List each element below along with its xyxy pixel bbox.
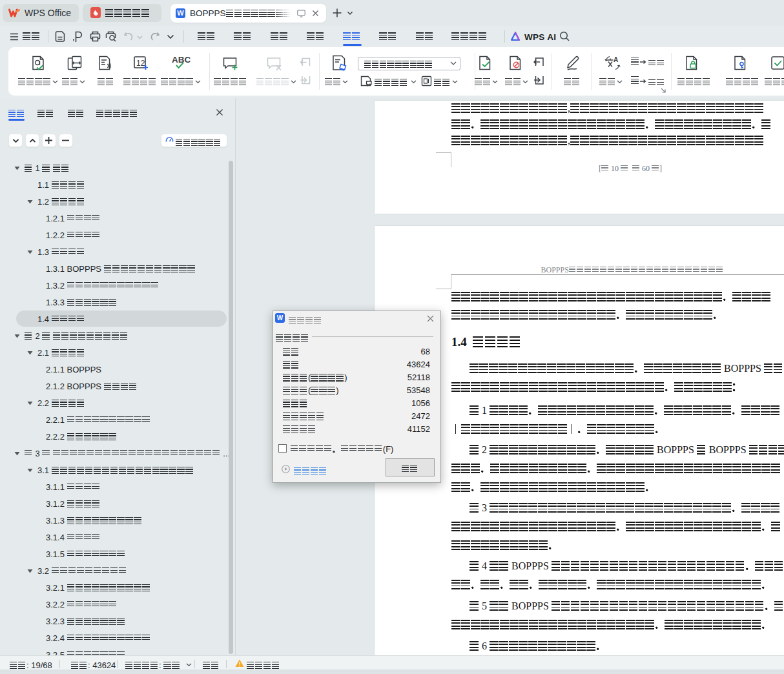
svg-text:ABC: ABC [172,55,191,65]
svg-text:A: A [614,56,618,63]
svg-text:12: 12 [136,59,145,68]
